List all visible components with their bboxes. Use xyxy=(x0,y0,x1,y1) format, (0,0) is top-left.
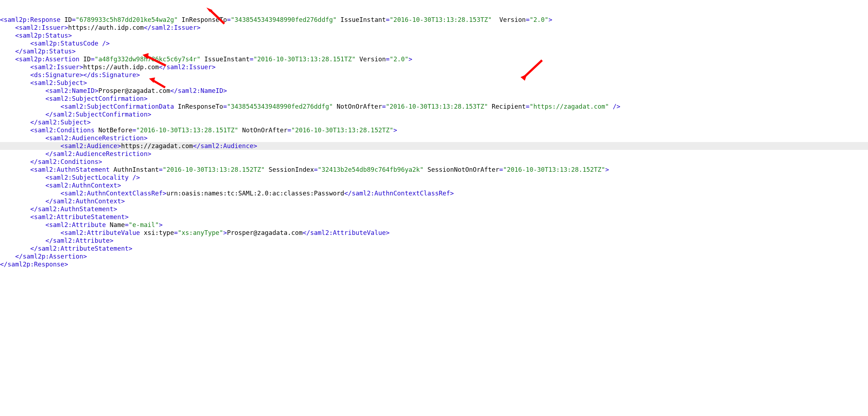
svg-marker-0 xyxy=(206,8,213,12)
xml-code-block: <saml2p:Response ID="6789933c5h87dd201ke… xyxy=(0,0,868,323)
code-pre[interactable]: <saml2p:Response ID="6789933c5h87dd201ke… xyxy=(0,16,868,268)
